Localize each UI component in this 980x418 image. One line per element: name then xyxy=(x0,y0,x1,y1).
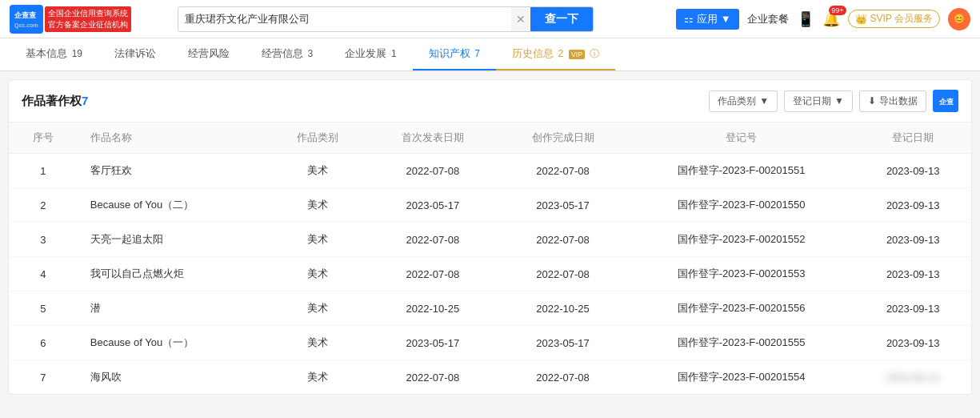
cell-no: 1 xyxy=(9,154,78,188)
tab-operation-risk-label: 经营风险 xyxy=(188,47,230,59)
table-row: 2 Because of You（二） 美术 2023-05-17 2023-0… xyxy=(9,188,971,223)
qcq-logo-button[interactable]: 企查 xyxy=(933,90,958,112)
cell-complete-date: 2022-07-08 xyxy=(498,223,628,257)
tab-legal[interactable]: 法律诉讼 xyxy=(98,38,172,70)
table-row: 7 海风吹 美术 2022-07-08 2022-07-08 国作登字-2023… xyxy=(9,360,971,395)
cell-first-date: 2022-07-08 xyxy=(368,360,498,395)
tab-history-label: 历史信息 xyxy=(512,47,554,59)
cell-reg-no: 国作登字-2023-F-00201551 xyxy=(628,154,854,188)
cell-complete-date: 2023-05-17 xyxy=(498,326,628,360)
cell-name: 潜 xyxy=(78,291,269,326)
section-actions: 作品类别 ▼ 登记日期 ▼ ⬇ 导出数据 企查 xyxy=(709,90,958,112)
svg-rect-0 xyxy=(11,6,42,32)
table-row: 4 我可以自己点燃火炬 美术 2022-07-08 2022-07-08 国作登… xyxy=(9,257,971,291)
cell-no: 6 xyxy=(9,326,78,360)
tab-operation-info[interactable]: 经营信息 3 xyxy=(246,38,329,70)
cell-reg-no: 国作登字-2023-F-00201553 xyxy=(628,257,854,291)
cell-complete-date: 2022-07-08 xyxy=(498,257,628,291)
header-right: ⚏ 应用 ▼ 企业套餐 📱 🔔 99+ 👑 SVIP 会员服务 😊 xyxy=(676,8,970,30)
cell-type: 美术 xyxy=(268,188,367,223)
cell-no: 7 xyxy=(9,360,78,395)
apps-button[interactable]: ⚏ 应用 ▼ xyxy=(676,9,739,30)
cell-name: 我可以自己点燃火炬 xyxy=(78,257,269,291)
logo-icon: 企查查 Qcc.com xyxy=(10,5,43,34)
cell-first-date: 2022-07-08 xyxy=(368,223,498,257)
cell-reg-date: 2023-09-13 xyxy=(854,154,971,188)
svg-text:企查查: 企查查 xyxy=(14,11,36,19)
cell-type: 美术 xyxy=(268,257,367,291)
search-bar: ✕ 查一下 xyxy=(178,6,594,32)
info-icon: ⓘ xyxy=(590,48,599,59)
svip-button[interactable]: 👑 SVIP 会员服务 xyxy=(848,10,940,28)
cell-type: 美术 xyxy=(268,223,367,257)
cell-name: Because of You（二） xyxy=(78,188,269,223)
cell-no: 2 xyxy=(9,188,78,223)
apps-icon: ⚏ xyxy=(684,13,694,25)
col-header-first-date: 首次发表日期 xyxy=(368,123,498,154)
cell-name: Because of You（一） xyxy=(78,326,269,360)
tab-ip-badge: 7 xyxy=(474,48,480,59)
svip-label: SVIP 会员服务 xyxy=(870,12,933,26)
tab-operation-info-label: 经营信息 xyxy=(262,47,303,59)
cell-reg-no: 国作登字-2023-F-00201554 xyxy=(628,360,854,395)
search-button[interactable]: 查一下 xyxy=(530,7,593,31)
page-header: 企查查 Qcc.com 全国企业信用查询系统 官方备案企业征信机构 ✕ 查一下 … xyxy=(0,0,980,38)
col-header-complete-date: 创作完成日期 xyxy=(498,123,628,154)
tab-history-badge: 2 xyxy=(558,48,564,59)
tab-enterprise-dev[interactable]: 企业发展 1 xyxy=(329,38,412,70)
main-content: 作品著作权7 作品类别 ▼ 登记日期 ▼ ⬇ 导出数据 企查 xyxy=(8,79,972,395)
notification-badge: 99+ xyxy=(829,6,846,15)
enterprise-button[interactable]: 企业套餐 xyxy=(747,12,789,26)
col-header-reg-date: 登记日期 xyxy=(854,123,971,154)
vip-badge: VIP xyxy=(569,50,586,59)
cell-complete-date: 2023-05-17 xyxy=(498,188,628,223)
bell-icon[interactable]: 🔔 99+ xyxy=(822,10,840,28)
cell-reg-date: 2023-09-13 xyxy=(854,291,971,326)
filter-type-arrow: ▼ xyxy=(759,95,769,107)
table-container: 序号 作品名称 作品类别 首次发表日期 创作完成日期 登记号 登记日期 1 客厅… xyxy=(9,123,971,394)
copyright-table: 序号 作品名称 作品类别 首次发表日期 创作完成日期 登记号 登记日期 1 客厅… xyxy=(9,123,971,394)
tab-ip[interactable]: 知识产权 7 xyxy=(413,38,496,70)
table-row: 5 潜 美术 2022-10-25 2022-10-25 国作登字-2023-F… xyxy=(9,291,971,326)
cell-reg-date: 2023-09-13 xyxy=(854,223,971,257)
search-input[interactable] xyxy=(178,7,511,31)
tab-operation-risk[interactable]: 经营风险 xyxy=(172,38,246,70)
phone-icon[interactable]: 📱 xyxy=(797,10,814,28)
svg-text:Qcc.com: Qcc.com xyxy=(14,22,38,29)
section-count: 7 xyxy=(82,94,88,107)
clear-button[interactable]: ✕ xyxy=(511,7,530,31)
export-button[interactable]: ⬇ 导出数据 xyxy=(859,90,926,112)
table-row: 6 Because of You（一） 美术 2023-05-17 2023-0… xyxy=(9,326,971,360)
filter-type-label: 作品类别 xyxy=(718,94,756,108)
export-label: 导出数据 xyxy=(879,94,918,108)
cell-name: 海风吹 xyxy=(78,360,269,395)
cell-reg-date: 2023-09-13 xyxy=(854,188,971,223)
tab-basic-info-badge: 19 xyxy=(72,48,82,59)
download-icon: ⬇ xyxy=(868,95,876,107)
cell-complete-date: 2022-07-08 xyxy=(498,360,628,395)
cell-reg-no: 国作登字-2023-F-00201555 xyxy=(628,326,854,360)
tab-legal-label: 法律诉讼 xyxy=(114,47,156,59)
cell-no: 5 xyxy=(9,291,78,326)
cell-first-date: 2023-05-17 xyxy=(368,188,498,223)
section-title: 作品著作权7 xyxy=(22,94,88,109)
filter-type-button[interactable]: 作品类别 ▼ xyxy=(709,90,778,112)
cell-reg-date: 2023-09-13 xyxy=(854,360,971,395)
svip-icon: 👑 xyxy=(855,14,867,25)
apps-label: 应用 xyxy=(697,12,718,26)
tab-basic-info[interactable]: 基本信息 19 xyxy=(10,38,98,70)
filter-date-arrow: ▼ xyxy=(834,95,844,107)
table-header-row: 序号 作品名称 作品类别 首次发表日期 创作完成日期 登记号 登记日期 xyxy=(9,123,971,154)
apps-arrow: ▼ xyxy=(721,13,731,25)
cell-reg-no: 国作登字-2023-F-00201552 xyxy=(628,223,854,257)
cell-reg-date: 2023-09-13 xyxy=(854,326,971,360)
qcq-logo-icon: 企查 xyxy=(938,94,954,108)
logo-badge: 全国企业信用查询系统 官方备案企业征信机构 xyxy=(45,6,131,32)
user-avatar[interactable]: 😊 xyxy=(948,8,970,30)
cell-name: 客厅狂欢 xyxy=(78,154,269,188)
cell-complete-date: 2022-07-08 xyxy=(498,154,628,188)
cell-reg-no: 国作登字-2023-F-00201550 xyxy=(628,188,854,223)
table-row: 1 客厅狂欢 美术 2022-07-08 2022-07-08 国作登字-202… xyxy=(9,154,971,188)
filter-date-button[interactable]: 登记日期 ▼ xyxy=(784,90,853,112)
tab-history[interactable]: 历史信息 2 VIP ⓘ xyxy=(496,38,615,70)
